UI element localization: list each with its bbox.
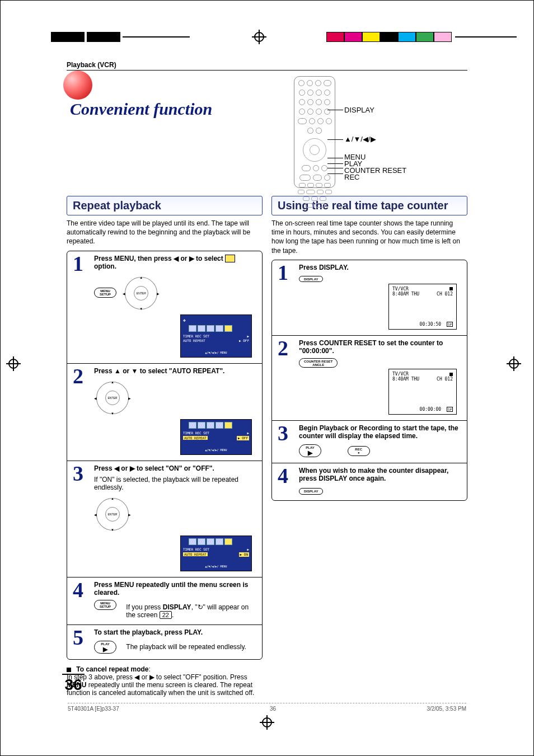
nav-pad-icon: ▲▼▶◀ ENTER: [96, 382, 129, 414]
step5-title: To start the playback, press PLAY.: [94, 628, 203, 636]
square-bullet-icon: [67, 668, 71, 672]
cancel-e: repeatedly until the menu screen is clea…: [67, 681, 254, 697]
step3-text-a: Press: [94, 464, 114, 472]
page: Playback (VCR) Convenient function: [0, 0, 534, 756]
stop-indicator-icon: [449, 373, 453, 376]
breadcrumb: Playback (VCR): [67, 61, 467, 69]
remote-outline-icon: [294, 76, 335, 188]
hero-orb-icon: [63, 71, 92, 100]
page-title: Convenient function: [67, 100, 212, 119]
step2-text-c: to select "AUTO REPEAT".: [138, 367, 224, 375]
step4-sub-c: , ": [191, 603, 198, 611]
step-number: 3: [73, 464, 90, 571]
left-arrow-icon: ◀: [174, 255, 179, 262]
left-step-4: 4 Press MENU repeatedly until the menu s…: [67, 577, 262, 624]
rstep2-title: Press COUNTER RESET to set the counter t…: [299, 339, 443, 355]
step4-sub-b: DISPLAY: [163, 603, 191, 611]
step3-sub: If "ON" is selected, the playback will b…: [94, 476, 252, 491]
osd-menu-3: TIMER REC SET ▶ AUTO REPEAT ▶ ON ▲/▼/◀/▶…: [180, 536, 252, 571]
right-step-3: 3 Begin Playback or Recording to start t…: [272, 420, 467, 463]
crop-mark-right-icon: [509, 359, 526, 375]
right-step-4: 4 When you wish to make the counter disa…: [272, 463, 467, 500]
osd-menu-1: ✥ TIMER REC SET ▶ AUTO REPEAT ▶ OFF ▲/▼/…: [180, 314, 252, 358]
step5-sub: The playback will be repeated endlessly.: [126, 643, 246, 651]
step1-text-d: option.: [94, 262, 116, 270]
play-button-icon: PLAY ▶: [94, 641, 116, 654]
loop-icon: ↻: [198, 603, 203, 611]
step3-text-b: or: [119, 464, 130, 472]
rstep3-title: Begin Playback or Recording to start the…: [299, 424, 458, 440]
hero-row: Convenient function: [67, 76, 467, 194]
left-step-1: 1 Press MENU, then press ◀ or ▶ to selec…: [67, 251, 262, 364]
step-number: 2: [278, 339, 294, 415]
section-heading-repeat: Repeat playback: [67, 196, 263, 215]
remote-label-arrows: ▲/▼/◀/▶: [344, 135, 376, 144]
osd-menu-2: TIMER REC SET ▶ AUTO REPEAT ▶ OFF ▲/▼/◀/…: [180, 419, 252, 455]
footer-meta: 5T40301A [E]p33-37 36 3/2/05, 3:53 PM: [68, 703, 466, 712]
nav-pad-icon: ▲▼▶◀ ENTER: [96, 498, 129, 530]
page-ref-22: 22: [160, 611, 172, 619]
print-marks-bar: [51, 30, 517, 44]
footer-right: 3/2/05, 3:53 PM: [427, 706, 466, 712]
right-steps-frame: 1 Press DISPLAY. DISPLAY TV/VCR 8:40AM T…: [271, 260, 467, 501]
step-number: 4: [278, 467, 294, 495]
menu-tile-icon: [225, 255, 235, 262]
nav-pad-icon: ▲▼▶◀ ENTER: [125, 277, 157, 309]
step-number: 3: [278, 424, 294, 457]
step-number: 1: [278, 264, 294, 330]
right-arrow-icon: ▶: [149, 673, 154, 681]
right-step-2: 2 Press COUNTER RESET to set the counter…: [272, 335, 467, 421]
step4-title: Press MENU repeatedly until the menu scr…: [94, 581, 248, 597]
down-arrow-icon: ▼: [132, 367, 138, 375]
rstep4-title: When you wish to make the counter disapp…: [299, 467, 448, 482]
counter-reset-button-icon: COUNTER RESET ANGLE: [299, 358, 338, 368]
rec-button-icon: REC ●: [348, 446, 370, 456]
right-intro: The on-screen real time tape counter sho…: [271, 219, 467, 255]
left-steps-frame: 1 Press MENU, then press ◀ or ▶ to selec…: [67, 251, 263, 660]
remote-label-rec: REC: [344, 173, 359, 182]
left-intro: The entire video tape will be played unt…: [67, 219, 263, 246]
step2-text-a: Press: [94, 367, 114, 375]
stop-indicator-icon: [449, 287, 453, 290]
cancel-head: To cancel repeat mode: [76, 665, 148, 673]
tv-osd-2: TV/VCR 8:40AM THU CH 012 00:00:00 SP: [388, 369, 457, 415]
content-area: Playback (VCR) Convenient function: [67, 61, 467, 697]
step2-text-b: or: [121, 367, 132, 375]
center-cross-icon: [254, 32, 264, 42]
remote-diagram: DISPLAY ▲/▼/◀/▶ MENU PLAY COUNTER RESET …: [294, 76, 467, 194]
step-number: 4: [73, 581, 90, 619]
right-arrow-icon: ▶: [189, 255, 194, 262]
step-number: 2: [73, 367, 90, 455]
step4-sub-a: If you press: [126, 603, 162, 611]
footer-center: 36: [270, 706, 276, 712]
cancel-note: To cancel repeat mode: In step 3 above, …: [67, 665, 263, 697]
tv-osd-1: TV/VCR 8:40AM THU CH 012 00:30:50 SP: [388, 284, 457, 330]
cancel-c: to select "OFF" position. Press: [154, 673, 247, 681]
step-number: 1: [73, 255, 90, 358]
left-step-2: 2 Press ▲ or ▼ to select "AUTO REPEAT". …: [67, 363, 262, 461]
left-column: Repeat playback The entire video tape wi…: [67, 196, 263, 697]
rstep1-title: Press DISPLAY.: [299, 264, 349, 271]
left-register-marks: [51, 32, 192, 42]
bottom-cross-icon: [262, 717, 272, 727]
footer-left: 5T40301A [E]p33-37: [68, 706, 119, 712]
right-column: Using the real time tape counter The on-…: [271, 196, 467, 697]
menu-setup-button-icon: MENU SETUP: [94, 288, 116, 298]
display-button-icon: DISPLAY: [299, 276, 323, 282]
crop-mark-left-icon: [8, 359, 25, 375]
up-arrow-icon: ▲: [114, 367, 121, 375]
display-button-icon: DISPLAY: [299, 488, 323, 494]
left-arrow-icon: ◀: [114, 464, 119, 472]
step-number: 5: [73, 628, 90, 654]
step1-text-c: to select: [194, 255, 225, 262]
left-step-5: 5 To start the playback, press PLAY. PLA…: [67, 624, 262, 659]
cancel-b: or: [139, 673, 149, 681]
rule-line: [67, 70, 467, 71]
step1-text-a: Press MENU, then press: [94, 255, 174, 262]
left-step-3: 3 Press ◀ or ▶ to select "ON" or "OFF". …: [67, 461, 262, 577]
menu-setup-button-icon: MENU SETUP: [94, 600, 116, 610]
page-number: 36: [62, 674, 85, 694]
play-button-icon: PLAY ▶: [299, 444, 321, 457]
remote-label-display: DISPLAY: [344, 106, 374, 115]
step1-text-b: or: [179, 255, 189, 262]
